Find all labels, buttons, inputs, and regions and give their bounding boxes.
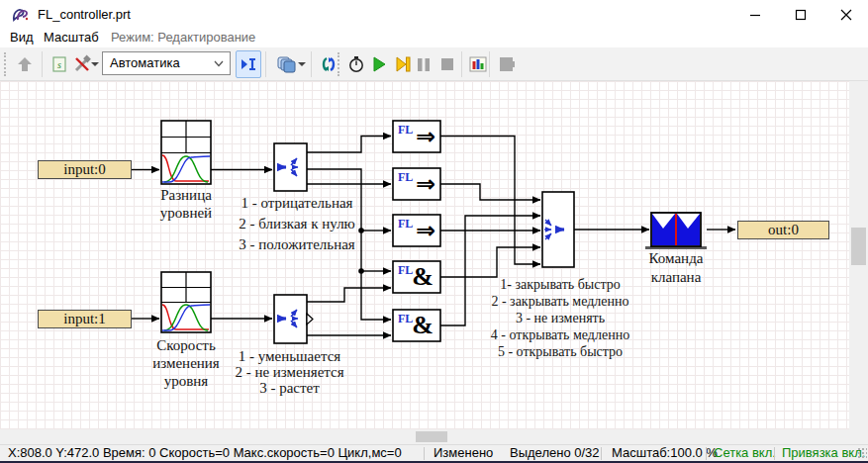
and-glyph: & — [412, 262, 434, 292]
demux-level-rate[interactable] — [274, 295, 313, 343]
chart-button[interactable] — [465, 50, 491, 78]
fl-tag: FL — [398, 123, 413, 138]
tools-icon — [72, 54, 92, 74]
minimize-button[interactable] — [736, 1, 774, 29]
defuzzifier-valve-command[interactable] — [645, 213, 707, 249]
horizontal-scrollbar[interactable] — [0, 429, 868, 444]
fl-rule-block-3-text: FL ⇒ — [393, 215, 440, 246]
status-grid-toggle[interactable]: Сетка вкл. — [714, 445, 776, 462]
layers-icon — [276, 55, 296, 73]
implies-glyph: ⇒ — [416, 122, 435, 151]
up-arrow-icon — [16, 55, 34, 73]
run-button[interactable] — [366, 50, 392, 78]
wire-fl2-mux-in1 — [440, 184, 540, 200]
menu-mode-label: Режим: Редактирование — [111, 30, 255, 47]
list-item: 2 - закрывать медленно — [463, 293, 657, 310]
list-item: 3 - растет — [203, 380, 376, 396]
mux-rules-list: 1- закрывать быстро 2 - закрывать медлен… — [463, 276, 657, 360]
layers-button[interactable] — [273, 50, 299, 78]
layers-dropdown-caret[interactable] — [298, 62, 306, 66]
pause-button[interactable] — [411, 50, 436, 78]
step-forward-icon — [395, 56, 411, 72]
wire-fl4-mux-in4 — [440, 247, 540, 277]
stopwatch-icon — [347, 55, 365, 73]
output-block-0-label: out:0 — [768, 222, 799, 237]
sync-arrows-icon — [320, 55, 338, 73]
fuzzifier-level-rate[interactable] — [161, 272, 211, 332]
demux2-terms-list: 1 - уменьшается 2 - не изменяется 3 - ра… — [203, 348, 376, 396]
menu-bar: Вид Масштаб Режим: Редактирование — [0, 30, 868, 47]
fl-rule-block-2-text: FL ⇒ — [393, 168, 440, 200]
stop-button[interactable] — [434, 50, 460, 78]
list-item: 5 - открывать быстро — [463, 343, 657, 360]
tools-dropdown-caret[interactable] — [91, 62, 99, 66]
toolbar-separator — [489, 51, 490, 77]
list-item: 3 - не изменять — [463, 310, 657, 326]
status-bar: X:808.0 Y:472.0 Время: 0 Скорость=0 Макс… — [0, 444, 868, 461]
output-block-0[interactable]: out:0 — [737, 221, 829, 239]
menu-scale[interactable]: Масштаб — [44, 30, 99, 47]
toolbar-grip[interactable] — [338, 52, 340, 76]
input-block-1[interactable]: input:1 — [38, 310, 132, 328]
app-logo-icon — [12, 7, 30, 23]
implies-glyph: ⇒ — [416, 216, 435, 245]
script-icon: s — [50, 55, 68, 73]
wire-demux2-out1-fl4 — [307, 288, 391, 302]
unconnected-pin-caret — [307, 314, 313, 324]
mux-output-selector[interactable] — [542, 192, 574, 267]
status-separator — [706, 447, 707, 460]
svg-text:s: s — [57, 59, 61, 70]
status-snap-toggle[interactable]: Привязка вкл. — [782, 445, 865, 462]
chevron-down-icon — [214, 60, 224, 67]
status-zoom: Масштаб:100.0 % — [612, 445, 718, 462]
report-icon — [498, 56, 516, 72]
mode-combobox[interactable]: Автоматика — [102, 51, 231, 75]
report-button[interactable] — [494, 50, 520, 78]
fl-tag: FL — [398, 170, 413, 185]
list-item: 2 - не изменяется — [203, 364, 376, 380]
input-block-0[interactable]: input:0 — [38, 160, 132, 179]
close-button[interactable] — [827, 1, 865, 29]
up-arrow-button[interactable] — [12, 50, 38, 78]
play-icon — [371, 56, 387, 72]
fl-rule-block-4-text: FL & — [393, 261, 440, 293]
status-selected: Выделено 0/32 — [510, 445, 600, 462]
maximize-button[interactable] — [782, 1, 820, 29]
resize-grip[interactable] — [857, 447, 867, 459]
fl-tag: FL — [398, 263, 413, 278]
implies-glyph: ⇒ — [416, 169, 435, 199]
demux1-terms-list: 1 - отрицательная 2 - близкая к нулю 3 -… — [213, 193, 381, 255]
fl-tag: FL — [398, 217, 413, 232]
vertical-scrollbar[interactable] — [849, 81, 868, 429]
bar-chart-icon — [469, 56, 487, 72]
status-separator — [774, 447, 775, 460]
status-separator — [424, 447, 425, 460]
wire-demux1-out1-fl1 — [307, 137, 391, 153]
toolbar-separator — [461, 51, 462, 77]
toolbar-separator — [42, 51, 43, 77]
toolbar-separator — [311, 51, 312, 77]
list-item: 1 - уменьшается — [203, 348, 376, 364]
status-modified: Изменено — [434, 445, 493, 462]
menu-view[interactable]: Вид — [10, 30, 34, 47]
horizontal-scrollbar-thumb[interactable] — [416, 431, 447, 442]
window-title: FL_controller.prt — [38, 0, 131, 30]
stop-icon — [440, 57, 454, 71]
toolbar-grip[interactable] — [4, 52, 7, 76]
diagram-canvas[interactable]: input:0 input:1 out:0 FL ⇒ FL ⇒ FL ⇒ FL … — [0, 81, 849, 429]
list-item: 4 - открывать медленно — [463, 326, 657, 343]
vertical-scrollbar-thumb[interactable] — [851, 228, 866, 265]
status-separator — [601, 447, 602, 460]
fl-rule-block-5-text: FL & — [393, 310, 440, 341]
goto-fbd-icon — [240, 56, 257, 72]
fuzzifier-level-difference[interactable] — [161, 121, 211, 184]
goto-fbd-button[interactable] — [236, 50, 261, 78]
demux-level-difference[interactable] — [274, 143, 307, 191]
toolbar: s Автоматика — [0, 47, 868, 81]
wire-junction — [358, 268, 364, 274]
defuzzifier-label: Команда клапана — [616, 249, 736, 287]
fl-rule-block-1-text: FL ⇒ — [393, 121, 440, 152]
status-coordinates: X:808.0 Y:472.0 Время: 0 Скорость=0 Макс… — [8, 445, 402, 462]
list-item: 2 - близкая к нулю — [213, 214, 381, 234]
pause-icon — [417, 57, 431, 72]
